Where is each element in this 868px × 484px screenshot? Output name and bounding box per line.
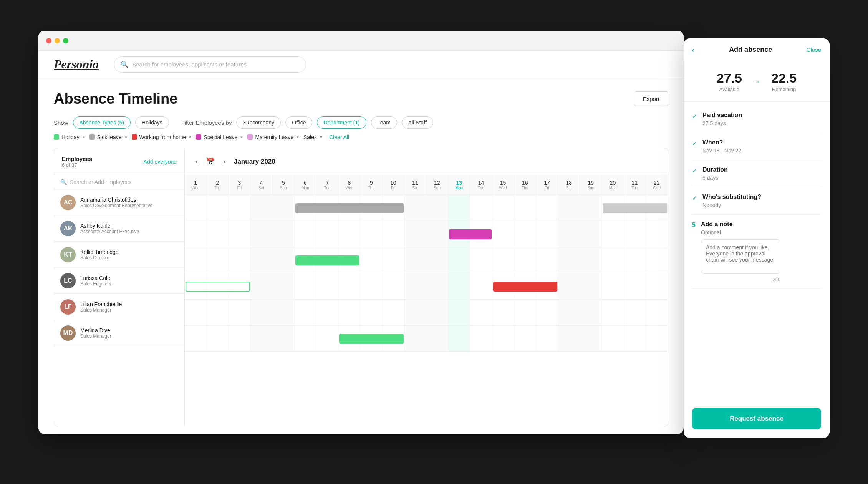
cal-cell[interactable] xyxy=(470,247,492,273)
panel-back-button[interactable]: ‹ xyxy=(692,45,695,54)
employee-search[interactable]: 🔍 Search or Add employees xyxy=(54,175,184,189)
cal-cell[interactable] xyxy=(426,247,448,273)
panel-close-button[interactable]: Close xyxy=(807,46,821,53)
cal-cell[interactable] xyxy=(448,326,470,351)
cal-cell[interactable] xyxy=(360,300,382,325)
cal-row[interactable] xyxy=(185,300,668,326)
cal-cell[interactable] xyxy=(273,221,295,247)
cal-cell[interactable] xyxy=(273,326,295,351)
cal-cell[interactable] xyxy=(602,221,624,247)
tag-remove-sickleave[interactable]: ✕ xyxy=(124,134,128,140)
cal-cell[interactable] xyxy=(251,300,273,325)
cal-row[interactable] xyxy=(185,195,668,221)
cal-cell[interactable] xyxy=(580,195,602,221)
employee-item[interactable]: KT Kellie Timbridge Sales Director xyxy=(54,242,184,268)
cal-cell[interactable] xyxy=(470,195,492,221)
employee-item[interactable]: LC Larissa Cole Sales Engineer xyxy=(54,268,184,294)
cal-cell[interactable] xyxy=(251,221,273,247)
cal-cell[interactable] xyxy=(360,221,382,247)
cal-cell[interactable] xyxy=(624,326,646,351)
cal-cell[interactable] xyxy=(426,300,448,325)
cal-cell[interactable] xyxy=(514,300,536,325)
cal-cell[interactable] xyxy=(646,326,668,351)
cal-cell[interactable] xyxy=(470,273,492,299)
cal-cell[interactable] xyxy=(251,195,273,221)
cal-cell[interactable] xyxy=(273,247,295,273)
cal-cell[interactable] xyxy=(580,273,602,299)
cal-cell[interactable] xyxy=(316,221,338,247)
cal-cell[interactable] xyxy=(404,221,426,247)
cal-cell[interactable] xyxy=(185,247,207,273)
cal-cell[interactable] xyxy=(185,326,207,351)
cal-row[interactable] xyxy=(185,247,668,273)
cal-cell[interactable] xyxy=(558,300,580,325)
cal-cell[interactable] xyxy=(470,300,492,325)
tag-remove-specialleave[interactable]: ✕ xyxy=(240,134,244,140)
cal-cell[interactable] xyxy=(602,247,624,273)
cal-cell[interactable] xyxy=(185,195,207,221)
cal-cell[interactable] xyxy=(207,326,229,351)
cal-row[interactable] xyxy=(185,221,668,247)
cal-next-button[interactable]: › xyxy=(220,156,229,167)
cal-cell[interactable] xyxy=(536,221,558,247)
cal-cell[interactable] xyxy=(602,300,624,325)
tag-remove-maternity[interactable]: ✕ xyxy=(296,134,300,140)
cal-cell[interactable] xyxy=(426,273,448,299)
add-everyone-button[interactable]: Add everyone xyxy=(144,159,177,165)
cal-cell[interactable] xyxy=(338,300,360,325)
filter-subcompany[interactable]: Subcompany xyxy=(236,116,281,129)
cal-cell[interactable] xyxy=(646,221,668,247)
cal-cell[interactable] xyxy=(295,300,316,325)
cal-cell[interactable] xyxy=(514,221,536,247)
cal-cell[interactable] xyxy=(536,326,558,351)
cal-cell[interactable] xyxy=(229,326,250,351)
employee-item[interactable]: MD Merlina Dive Sales Manager xyxy=(54,320,184,346)
cal-cell[interactable] xyxy=(360,247,382,273)
cal-cell[interactable] xyxy=(338,221,360,247)
cal-cell[interactable] xyxy=(383,221,404,247)
cal-cell[interactable] xyxy=(602,273,624,299)
cal-cell[interactable] xyxy=(580,300,602,325)
cal-cell[interactable] xyxy=(624,221,646,247)
cal-cell[interactable] xyxy=(580,247,602,273)
cal-cell[interactable] xyxy=(316,273,338,299)
tag-remove-sales[interactable]: ✕ xyxy=(319,134,323,140)
traffic-light-yellow[interactable] xyxy=(55,38,60,43)
cal-cell[interactable] xyxy=(514,326,536,351)
cal-cell[interactable] xyxy=(316,300,338,325)
employee-item[interactable]: AC Annamaria Christofides Sales Developm… xyxy=(54,189,184,215)
cal-cell[interactable] xyxy=(383,300,404,325)
cal-cell[interactable] xyxy=(207,247,229,273)
cal-cell[interactable] xyxy=(514,247,536,273)
cal-cell[interactable] xyxy=(646,247,668,273)
cal-cell[interactable] xyxy=(426,195,448,221)
cal-cell[interactable] xyxy=(602,326,624,351)
cal-cell[interactable] xyxy=(448,273,470,299)
cal-cell[interactable] xyxy=(360,273,382,299)
cal-cell[interactable] xyxy=(470,326,492,351)
clear-all-button[interactable]: Clear All xyxy=(329,134,349,140)
employee-item[interactable]: AK Ashby Kuhlen Associate Account Execut… xyxy=(54,215,184,242)
tag-remove-wfh[interactable]: ✕ xyxy=(188,134,192,140)
cal-cell[interactable] xyxy=(448,300,470,325)
cal-cell[interactable] xyxy=(383,273,404,299)
cal-cell[interactable] xyxy=(207,195,229,221)
cal-cell[interactable] xyxy=(646,300,668,325)
cal-cell[interactable] xyxy=(624,273,646,299)
cal-cell[interactable] xyxy=(558,195,580,221)
cal-cell[interactable] xyxy=(536,300,558,325)
cal-cell[interactable] xyxy=(558,326,580,351)
cal-cell[interactable] xyxy=(580,221,602,247)
filter-department[interactable]: Department (1) xyxy=(317,116,366,129)
cal-cell[interactable] xyxy=(448,195,470,221)
cal-cell[interactable] xyxy=(404,247,426,273)
cal-row[interactable] xyxy=(185,273,668,300)
cal-cell[interactable] xyxy=(492,247,514,273)
cal-cell[interactable] xyxy=(646,273,668,299)
cal-cell[interactable] xyxy=(624,247,646,273)
request-absence-button[interactable]: Request absence xyxy=(692,408,821,429)
cal-cell[interactable] xyxy=(251,247,273,273)
cal-cell[interactable] xyxy=(558,221,580,247)
cal-cell[interactable] xyxy=(229,247,250,273)
filter-allstaff[interactable]: All Staff xyxy=(402,116,433,129)
